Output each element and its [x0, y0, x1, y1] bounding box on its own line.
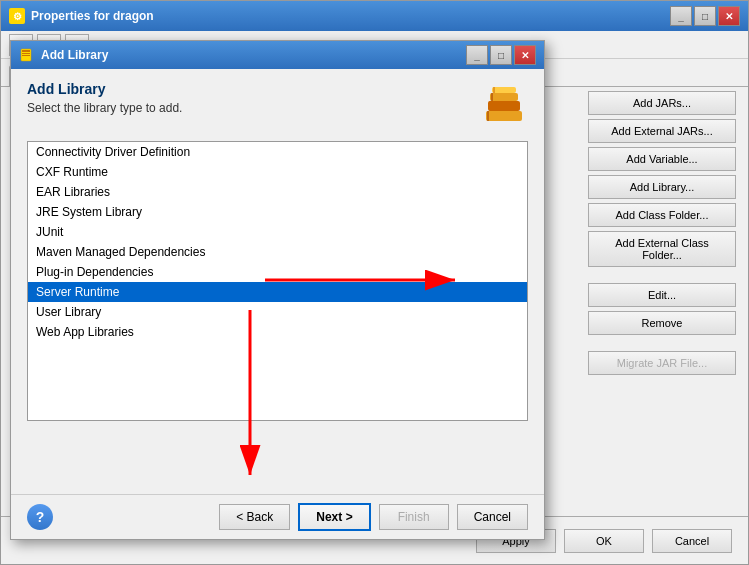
dialog-header: Add Library Select the library type to a…: [27, 81, 528, 129]
dialog-title-section: Add Library Select the library type to a…: [27, 81, 464, 115]
svg-rect-2: [22, 53, 30, 54]
bg-close-btn[interactable]: ✕: [718, 6, 740, 26]
dialog-close-btn[interactable]: ✕: [514, 45, 536, 65]
dialog-maximize-btn[interactable]: □: [490, 45, 512, 65]
edit-button[interactable]: Edit...: [588, 283, 736, 307]
svg-rect-1: [22, 50, 30, 52]
dialog-nav-buttons: < Back Next > Finish Cancel: [219, 503, 528, 531]
add-external-class-folder-button[interactable]: Add External Class Folder...: [588, 231, 736, 267]
migrate-jar-button[interactable]: Migrate JAR File...: [588, 351, 736, 375]
dialog-body: Add Library Select the library type to a…: [11, 69, 544, 441]
list-item[interactable]: User Library: [28, 302, 527, 322]
add-jars-button[interactable]: Add JARs...: [588, 91, 736, 115]
dialog-titlebar: Add Library _ □ ✕: [11, 41, 544, 69]
svg-rect-5: [488, 101, 520, 111]
ok-button[interactable]: OK: [564, 529, 644, 553]
dialog-main-title: Add Library: [27, 81, 464, 97]
bg-window-title: Properties for dragon: [31, 9, 154, 23]
dialog-cancel-button[interactable]: Cancel: [457, 504, 528, 530]
dialog-titlebar-controls: _ □ ✕: [466, 45, 536, 65]
finish-button[interactable]: Finish: [379, 504, 449, 530]
svg-rect-4: [486, 111, 522, 121]
svg-rect-6: [490, 93, 518, 101]
list-item[interactable]: EAR Libraries: [28, 182, 527, 202]
dialog-bottom: ? < Back Next > Finish Cancel: [11, 494, 544, 539]
list-item[interactable]: JUnit: [28, 222, 527, 242]
add-variable-button[interactable]: Add Variable...: [588, 147, 736, 171]
list-item[interactable]: JRE System Library: [28, 202, 527, 222]
dialog-title-text: Add Library: [41, 48, 108, 62]
bg-titlebar-icon: ⚙: [9, 8, 25, 24]
remove-button[interactable]: Remove: [588, 311, 736, 335]
add-external-jars-button[interactable]: Add External JARs...: [588, 119, 736, 143]
add-class-folder-button[interactable]: Add Class Folder...: [588, 203, 736, 227]
list-item[interactable]: Web App Libraries: [28, 322, 527, 342]
add-library-dialog: Add Library _ □ ✕ Add Library Select the…: [10, 40, 545, 540]
bg-titlebar-controls: _ □ ✕: [670, 6, 740, 26]
list-item[interactable]: Maven Managed Dependencies: [28, 242, 527, 262]
dialog-minimize-btn[interactable]: _: [466, 45, 488, 65]
dialog-titlebar-icon: [19, 47, 35, 63]
back-button[interactable]: < Back: [219, 504, 290, 530]
svg-rect-7: [492, 87, 516, 93]
dialog-subtitle: Select the library type to add.: [27, 101, 464, 115]
list-item[interactable]: Connectivity Driver Definition: [28, 142, 527, 162]
library-list[interactable]: Connectivity Driver DefinitionCXF Runtim…: [27, 141, 528, 421]
bg-minimize-btn[interactable]: _: [670, 6, 692, 26]
svg-rect-3: [22, 55, 30, 56]
bg-titlebar: ⚙ Properties for dragon _ □ ✕: [1, 1, 748, 31]
add-library-button[interactable]: Add Library...: [588, 175, 736, 199]
list-item[interactable]: Plug-in Dependencies: [28, 262, 527, 282]
next-button[interactable]: Next >: [298, 503, 370, 531]
library-icon: [480, 81, 528, 129]
bg-maximize-btn[interactable]: □: [694, 6, 716, 26]
help-icon[interactable]: ?: [27, 504, 53, 530]
cancel-button[interactable]: Cancel: [652, 529, 732, 553]
right-buttons-area: Add JARs... Add External JARs... Add Var…: [588, 91, 736, 375]
list-item[interactable]: CXF Runtime: [28, 162, 527, 182]
list-item[interactable]: Server Runtime: [28, 282, 527, 302]
